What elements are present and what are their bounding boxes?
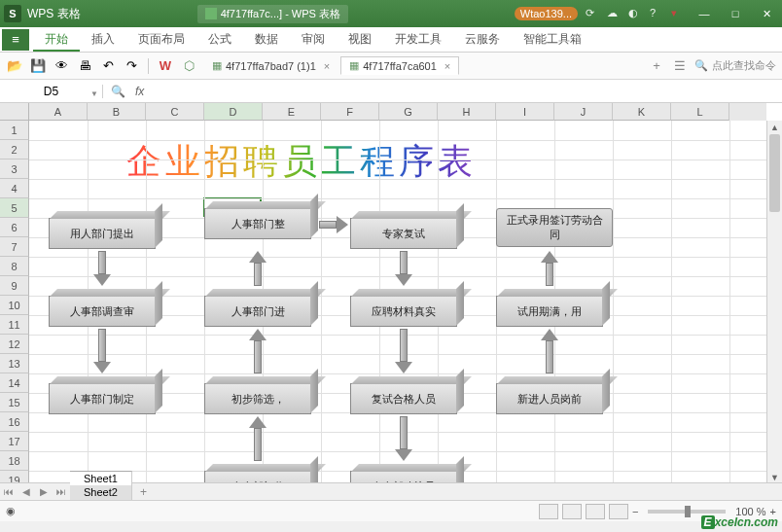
- row-headers[interactable]: 1234567891011121314151617181920: [0, 121, 29, 484]
- row-header[interactable]: 6: [0, 218, 29, 237]
- flowchart-node[interactable]: 用人部门提出: [49, 218, 156, 249]
- sheet-tab[interactable]: Sheet3: [70, 499, 132, 500]
- redo-icon[interactable]: ↷: [123, 57, 140, 75]
- sheet-tab[interactable]: Sheet2: [70, 485, 132, 499]
- row-header[interactable]: 7: [0, 237, 29, 257]
- row-header[interactable]: 2: [0, 140, 29, 160]
- menu-云服务[interactable]: 云服务: [453, 28, 512, 50]
- view-reading-button[interactable]: [609, 504, 628, 519]
- add-tab-button[interactable]: +: [648, 57, 665, 75]
- flowchart-node[interactable]: 人事部门制定: [49, 383, 156, 414]
- flowchart-node[interactable]: 试用期满，用: [496, 296, 603, 327]
- zoom-knob[interactable]: [685, 506, 691, 517]
- sheet-nav-next-icon[interactable]: ▶: [35, 486, 53, 497]
- skin-icon[interactable]: ◐: [628, 7, 642, 20]
- wps-w-icon[interactable]: W: [157, 57, 174, 75]
- col-header[interactable]: C: [146, 103, 204, 121]
- doc-tab[interactable]: ▦4f717ffa7bad7 (1)1×: [203, 56, 338, 75]
- row-header[interactable]: 12: [0, 335, 29, 354]
- menu-页面布局[interactable]: 页面布局: [126, 28, 196, 50]
- row-header[interactable]: 15: [0, 393, 29, 412]
- sheet-nav-first-icon[interactable]: ⏮: [0, 486, 18, 497]
- zoom-out-button[interactable]: −: [632, 506, 638, 517]
- menu-开始[interactable]: 开始: [33, 28, 80, 52]
- view-break-button[interactable]: [586, 504, 605, 519]
- column-headers[interactable]: ABCDEFGHIJKL: [29, 103, 766, 121]
- menu-视图[interactable]: 视图: [337, 28, 383, 50]
- user-badge[interactable]: Wtao139...: [515, 7, 578, 20]
- search-fx-icon[interactable]: 🔍: [111, 85, 125, 98]
- maximize-button[interactable]: □: [724, 8, 747, 19]
- ribbon-toggle-icon[interactable]: ▾: [671, 7, 685, 20]
- sheet-tab[interactable]: Sheet1: [70, 471, 132, 485]
- save-icon[interactable]: 💾: [29, 57, 47, 75]
- view-page-button[interactable]: [562, 504, 582, 519]
- col-header[interactable]: E: [263, 103, 321, 121]
- menu-插入[interactable]: 插入: [80, 28, 126, 50]
- name-box[interactable]: D5 ▼: [0, 85, 103, 98]
- record-macro-icon[interactable]: ◉: [6, 505, 16, 517]
- menu-公式[interactable]: 公式: [196, 28, 243, 50]
- flowchart-node[interactable]: 复试合格人员: [350, 383, 457, 414]
- open-icon[interactable]: 📂: [6, 57, 23, 75]
- row-header[interactable]: 5: [0, 198, 29, 218]
- select-all-corner[interactable]: [0, 103, 29, 121]
- flowchart-node[interactable]: 正式录用签订劳动合同: [496, 208, 613, 247]
- close-tab-icon[interactable]: ×: [444, 60, 450, 72]
- cloud-icon[interactable]: ☁: [607, 7, 621, 20]
- menu-审阅[interactable]: 审阅: [290, 28, 337, 50]
- col-header[interactable]: J: [554, 103, 613, 121]
- row-header[interactable]: 11: [0, 315, 29, 335]
- row-header[interactable]: 14: [0, 373, 29, 393]
- row-header[interactable]: 13: [0, 354, 29, 373]
- close-tab-icon[interactable]: ×: [324, 60, 330, 72]
- col-header[interactable]: I: [496, 103, 554, 121]
- flowchart-node[interactable]: 人事部调查审: [49, 296, 156, 327]
- col-header[interactable]: B: [88, 103, 146, 121]
- refresh-icon[interactable]: ⟳: [586, 7, 599, 20]
- add-sheet-button[interactable]: +: [132, 485, 155, 499]
- row-header[interactable]: 18: [0, 451, 29, 471]
- menu-数据[interactable]: 数据: [243, 28, 290, 50]
- row-header[interactable]: 17: [0, 432, 29, 451]
- vertical-scrollbar[interactable]: ▲ ▼: [766, 121, 782, 484]
- undo-icon[interactable]: ↶: [99, 57, 117, 75]
- cube-icon[interactable]: ⬡: [180, 57, 197, 75]
- flowchart-node[interactable]: 专家复试: [350, 218, 457, 249]
- sheet-nav-last-icon[interactable]: ⏭: [53, 486, 70, 497]
- zoom-slider[interactable]: [648, 510, 726, 514]
- flowchart-node[interactable]: 人事部门进: [204, 296, 311, 327]
- tab-list-button[interactable]: ☰: [671, 57, 689, 75]
- menu-智能工具箱[interactable]: 智能工具箱: [512, 28, 593, 50]
- row-header[interactable]: 3: [0, 160, 29, 179]
- flowchart-node[interactable]: 初步筛选，: [204, 383, 311, 414]
- col-header[interactable]: D: [204, 103, 263, 121]
- help-icon[interactable]: ?: [650, 7, 663, 20]
- minimize-button[interactable]: —: [693, 8, 716, 19]
- chevron-down-icon[interactable]: ▼: [90, 89, 98, 98]
- col-header[interactable]: H: [438, 103, 496, 121]
- window-doc-tab[interactable]: 4f717ffa7c...] - WPS 表格: [197, 5, 348, 23]
- sheet-nav-prev-icon[interactable]: ◀: [18, 486, 35, 497]
- cells-area[interactable]: 企业招聘员工程序表 用人部门提出人事部调查审人事部门制定人事部门整人事部门进初步…: [29, 121, 766, 484]
- print-preview-icon[interactable]: 👁: [53, 57, 70, 75]
- fx-icon[interactable]: fx: [135, 85, 144, 98]
- flowchart-node[interactable]: 新进人员岗前: [496, 383, 603, 414]
- row-header[interactable]: 10: [0, 296, 29, 315]
- row-header[interactable]: 8: [0, 257, 29, 276]
- col-header[interactable]: A: [29, 103, 88, 121]
- col-header[interactable]: G: [379, 103, 438, 121]
- view-normal-button[interactable]: [539, 504, 558, 519]
- row-header[interactable]: 16: [0, 412, 29, 432]
- close-button[interactable]: ✕: [755, 8, 778, 20]
- row-header[interactable]: 9: [0, 276, 29, 296]
- col-header[interactable]: L: [671, 103, 729, 121]
- spreadsheet-grid[interactable]: ABCDEFGHIJKL 123456789101112131415161718…: [0, 103, 782, 500]
- print-icon[interactable]: 🖶: [76, 57, 93, 75]
- row-header[interactable]: 4: [0, 179, 29, 198]
- scroll-up-icon[interactable]: ▲: [767, 121, 782, 134]
- flowchart-node[interactable]: 人事部门整: [204, 208, 311, 239]
- row-header[interactable]: 1: [0, 121, 29, 140]
- col-header[interactable]: F: [321, 103, 379, 121]
- menu-开发工具[interactable]: 开发工具: [383, 28, 453, 50]
